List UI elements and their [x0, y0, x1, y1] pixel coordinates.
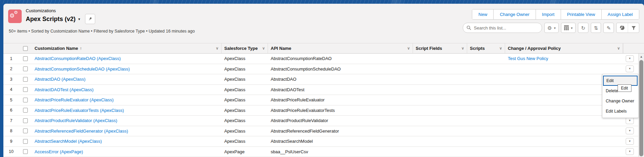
header-action-change-owner[interactable]: Change Owner [493, 9, 535, 19]
scripts-cell [467, 54, 505, 64]
row-checkbox[interactable] [23, 139, 28, 144]
column-header-api: API Name∨ [268, 43, 413, 53]
api-name-cell: sbaa__PslUserCsv [268, 147, 413, 157]
customization-name-link[interactable]: AbstractDAO (ApexClass) [35, 77, 85, 82]
table-row[interactable]: 10AccessError (ApexPage)ApexPagesbaa__Ps… [3, 147, 644, 157]
script-fields-cell [413, 64, 467, 74]
scripts-cell [467, 147, 505, 157]
select-all-checkbox[interactable] [23, 46, 28, 51]
column-menu-chevron-icon[interactable]: ∨ [459, 46, 464, 51]
customization-name-link[interactable]: AbstractPriceRuleEvaluator (ApexClass) [35, 97, 113, 102]
vertical-scrollbar[interactable]: ▲ [638, 54, 644, 157]
policy-cell [505, 64, 623, 74]
header-action-new[interactable]: New [472, 9, 493, 19]
gear-icon: ⚙ [14, 10, 18, 15]
row-actions-button[interactable]: ▼ [626, 65, 634, 72]
chevron-down-icon: ▼ [628, 150, 631, 153]
row-checkbox[interactable] [23, 77, 28, 82]
row-checkbox[interactable] [23, 56, 28, 61]
chevron-down-icon: ▼ [628, 119, 631, 122]
search-input[interactable] [474, 25, 538, 31]
list-status-line: 50+ items • Sorted by Customization Name… [9, 29, 195, 34]
policy-cell [505, 147, 623, 157]
row-checkbox[interactable] [23, 66, 28, 71]
charts-button[interactable] [617, 23, 628, 33]
column-menu-chevron-icon[interactable]: ∨ [260, 46, 265, 51]
row-actions-button[interactable]: ▼ [626, 148, 634, 155]
customization-name-cell: AbstractDAO (ApexClass) [32, 74, 222, 84]
table-row[interactable]: 3AbstractDAO (ApexClass)ApexClassAbstrac… [3, 74, 644, 85]
customization-name-link[interactable]: AbstractSearchModel (ApexClass) [35, 139, 102, 144]
row-actions-button[interactable]: ▼ [626, 138, 634, 145]
script-fields-cell [413, 105, 467, 116]
customization-name-link[interactable]: AbstractPriceRuleEvaluatorTests (ApexCla… [35, 108, 124, 113]
row-checkbox[interactable] [23, 149, 28, 154]
row-checkbox[interactable] [23, 98, 28, 102]
customization-name-link[interactable]: AbstractReferencedFieldGenerator (ApexCl… [35, 129, 128, 134]
api-name-cell: AbstractConsumptionRateDAO [268, 54, 413, 64]
customization-name-link[interactable]: AbstractProductRuleValidator (ApexClass) [35, 118, 117, 123]
column-menu-chevron-icon[interactable]: ∨ [497, 46, 502, 51]
table-row[interactable]: 9AbstractSearchModel (ApexClass)ApexClas… [3, 136, 644, 147]
list-view-controls-button[interactable]: ⚙ ▾ [544, 23, 559, 33]
table-row[interactable]: 2AbstractConsumptionScheduleDAO (ApexCla… [3, 64, 644, 75]
scroll-up-arrow-icon[interactable]: ▲ [639, 54, 644, 59]
row-checkbox[interactable] [23, 129, 28, 133]
grid-icon [564, 25, 569, 30]
menu-item-change-owner[interactable]: Change Owner [602, 96, 638, 106]
header-action-printable-view[interactable]: Printable View [561, 9, 601, 19]
customization-name-cell: AbstractReferencedFieldGenerator (ApexCl… [32, 126, 222, 136]
row-actions-button[interactable]: ▼ [626, 55, 634, 62]
pie-chart-icon [620, 25, 625, 30]
column-menu-chevron-icon[interactable]: ∨ [615, 46, 620, 51]
customization-name-cell: AbstractPriceRuleEvaluator (ApexClass) [32, 95, 222, 105]
row-number: 2 [3, 64, 19, 74]
select-all-header [19, 43, 32, 53]
header-action-assign-label[interactable]: Assign Label [601, 9, 639, 19]
search-icon [466, 25, 471, 30]
table-row[interactable]: 7AbstractProductRuleValidator (ApexClass… [3, 116, 644, 126]
sort-arrows-icon: ⇅ [594, 25, 598, 31]
column-menu-chevron-icon[interactable]: ∨ [405, 46, 410, 51]
salesforce-type-cell: ApexClass [222, 105, 268, 116]
sort-button[interactable]: ⇅ [591, 23, 601, 33]
menu-item-edit-labels[interactable]: Edit Labels [602, 106, 638, 116]
row-actions-button[interactable]: ▼ [626, 127, 634, 134]
customization-name-cell: AccessError (ApexPage) [32, 147, 222, 157]
customization-name-cell: AbstractPriceRuleEvaluatorTests (ApexCla… [32, 105, 222, 116]
table-row[interactable]: 4AbstractDAOTest (ApexClass)ApexClassAbs… [3, 85, 644, 95]
pin-list-button[interactable] [85, 14, 95, 24]
scrollbar-thumb[interactable] [639, 60, 643, 156]
list-view-selector-caret-icon[interactable]: ▾ [78, 17, 80, 21]
column-menu-chevron-icon[interactable]: ∨ [214, 46, 219, 51]
row-checkbox-cell [19, 116, 32, 126]
inline-edit-button[interactable]: ✎ [603, 23, 614, 33]
customization-name-link[interactable]: AccessError (ApexPage) [35, 149, 83, 154]
table-row[interactable]: 8AbstractReferencedFieldGenerator (ApexC… [3, 126, 644, 137]
refresh-button[interactable]: ↻ [578, 23, 588, 33]
chevron-down-icon: ▾ [554, 26, 556, 30]
chevron-down-icon: ▼ [628, 130, 631, 132]
filter-button[interactable] [628, 23, 639, 33]
chevron-down-icon: ▼ [628, 67, 631, 70]
display-as-button[interactable]: ▾ [561, 23, 576, 33]
row-actions-button[interactable]: ▼ [626, 117, 634, 124]
row-actions-cell: ▼ [623, 136, 637, 146]
salesforce-type-cell: ApexClass [222, 54, 268, 64]
customization-name-link[interactable]: AbstractConsumptionScheduleDAO (ApexClas… [35, 66, 130, 72]
script-fields-cell [413, 116, 467, 126]
header-action-import[interactable]: Import [536, 9, 561, 19]
table-row[interactable]: 6AbstractPriceRuleEvaluatorTests (ApexCl… [3, 105, 644, 116]
row-checkbox[interactable] [23, 118, 28, 123]
row-checkbox[interactable] [23, 108, 28, 113]
customization-name-cell: AbstractSearchModel (ApexClass) [32, 136, 222, 146]
customization-name-link[interactable]: AbstractDAOTest (ApexClass) [35, 87, 94, 92]
salesforce-type-cell: ApexClass [222, 85, 268, 95]
row-number: 9 [3, 136, 19, 146]
customization-name-link[interactable]: AbstractConsumptionRateDAO (ApexClass) [35, 56, 121, 61]
table-row[interactable]: 5AbstractPriceRuleEvaluator (ApexClass)A… [3, 95, 644, 105]
policy-link[interactable]: Test Gus New Policy [508, 56, 548, 61]
row-checkbox[interactable] [23, 87, 28, 92]
table-row[interactable]: 1AbstractConsumptionRateDAO (ApexClass)A… [3, 54, 644, 64]
column-label: Script Fields [416, 46, 442, 51]
